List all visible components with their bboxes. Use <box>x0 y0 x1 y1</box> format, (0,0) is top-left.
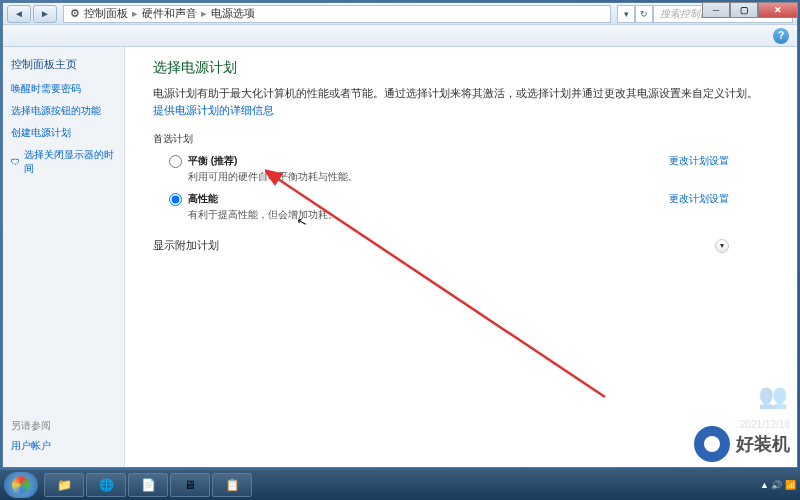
watermark: 好装机 <box>694 426 790 462</box>
maximize-button[interactable]: ▢ <box>730 2 758 18</box>
windows-orb-icon <box>12 476 30 494</box>
page-title: 选择电源计划 <box>153 59 769 77</box>
plan-high-performance: 高性能 有利于提高性能，但会增加功耗。 更改计划设置 <box>169 192 769 222</box>
sidebar: 控制面板主页 唤醒时需要密码 选择电源按钮的功能 创建电源计划 选择关闭显示器的… <box>3 47 125 467</box>
sidebar-link-password[interactable]: 唤醒时需要密码 <box>11 82 116 96</box>
chevron-down-icon: ▾ <box>715 239 729 253</box>
breadcrumb[interactable]: ⚙ 控制面板 ▸ 硬件和声音 ▸ 电源选项 <box>63 5 611 23</box>
close-button[interactable]: ✕ <box>758 2 798 18</box>
window-controls: ─ ▢ ✕ <box>702 2 798 18</box>
breadcrumb-icon: ⚙ <box>70 7 80 20</box>
help-icon[interactable]: ? <box>773 28 789 44</box>
toolbar: ? <box>3 25 797 47</box>
sidebar-link-createplan[interactable]: 创建电源计划 <box>11 126 116 140</box>
titlebar: ◄ ► ⚙ 控制面板 ▸ 硬件和声音 ▸ 电源选项 ▾ ↻ 搜索控制面板 <box>3 3 797 25</box>
preferred-plans-label: 首选计划 <box>153 132 769 146</box>
sidebar-home[interactable]: 控制面板主页 <box>11 57 116 72</box>
taskbar: 📁 🌐 📄 🖥 📋 ▲ 🔊 📶 <box>0 470 800 500</box>
plan-balanced-desc: 利用可用的硬件自动平衡功耗与性能。 <box>188 170 669 184</box>
forward-button[interactable]: ► <box>33 5 57 23</box>
taskbar-item[interactable]: 📁 <box>44 473 84 497</box>
taskbar-item[interactable]: 📄 <box>128 473 168 497</box>
taskbar-item[interactable]: 🌐 <box>86 473 126 497</box>
content-area: 选择电源计划 电源计划有助于最大化计算机的性能或者节能。通过选择计划来将其激活，… <box>125 47 797 467</box>
back-button[interactable]: ◄ <box>7 5 31 23</box>
watermark-text: 好装机 <box>736 432 790 456</box>
sidebar-seealso-header: 另请参阅 <box>11 419 116 433</box>
breadcrumb-item[interactable]: 控制面板 <box>84 6 128 21</box>
minimize-button[interactable]: ─ <box>702 2 730 18</box>
breadcrumb-dropdown[interactable]: ▾ <box>617 5 635 23</box>
taskbar-item[interactable]: 📋 <box>212 473 252 497</box>
refresh-button[interactable]: ↻ <box>635 5 653 23</box>
sidebar-link-displayoff[interactable]: 选择关闭显示器的时间 <box>11 148 116 176</box>
plan-highperf-change[interactable]: 更改计划设置 <box>669 192 729 206</box>
plan-balanced-name[interactable]: 平衡 (推荐) <box>188 154 669 168</box>
breadcrumb-item[interactable]: 电源选项 <box>211 6 255 21</box>
sidebar-user-accounts[interactable]: 用户帐户 <box>11 439 116 453</box>
watermark-bg-icons: 👥 <box>758 382 788 410</box>
control-panel-window: ─ ▢ ✕ ◄ ► ⚙ 控制面板 ▸ 硬件和声音 ▸ 电源选项 ▾ ↻ 搜索控制… <box>2 2 798 468</box>
plan-highperf-radio[interactable] <box>169 193 182 206</box>
taskbar-item[interactable]: 🖥 <box>170 473 210 497</box>
plan-balanced: 平衡 (推荐) 利用可用的硬件自动平衡功耗与性能。 更改计划设置 <box>169 154 769 184</box>
sidebar-link-powerbutton[interactable]: 选择电源按钮的功能 <box>11 104 116 118</box>
plan-balanced-radio[interactable] <box>169 155 182 168</box>
start-button[interactable] <box>4 472 38 498</box>
plan-highperf-desc: 有利于提高性能，但会增加功耗。 <box>188 208 669 222</box>
more-info-link[interactable]: 提供电源计划的详细信息 <box>153 104 274 116</box>
plan-highperf-name[interactable]: 高性能 <box>188 192 669 206</box>
page-description: 电源计划有助于最大化计算机的性能或者节能。通过选择计划来将其激活，或选择计划并通… <box>153 85 769 118</box>
watermark-logo-icon <box>694 426 730 462</box>
plan-balanced-change[interactable]: 更改计划设置 <box>669 154 729 168</box>
breadcrumb-item[interactable]: 硬件和声音 <box>142 6 197 21</box>
show-additional-plans[interactable]: 显示附加计划 ▾ <box>153 238 769 253</box>
system-tray[interactable]: ▲ 🔊 📶 <box>760 480 796 490</box>
